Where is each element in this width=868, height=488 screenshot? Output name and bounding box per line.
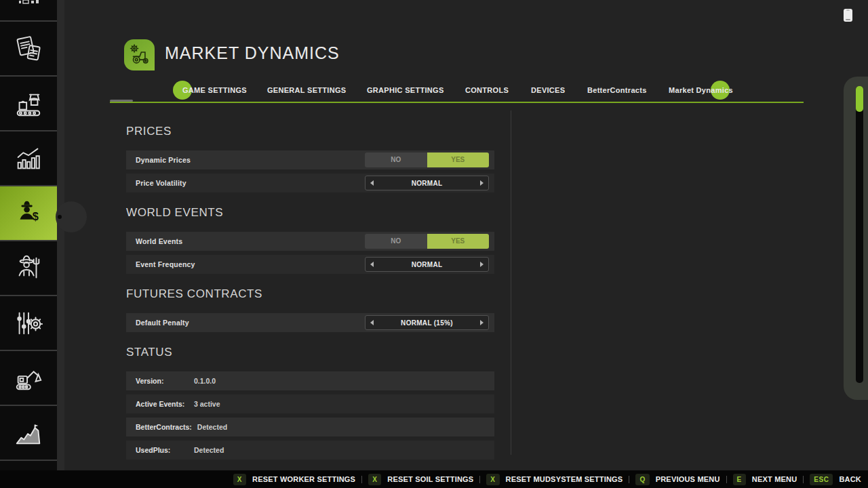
tab-graphic-settings[interactable]: GRAPHIC SETTINGS [367, 84, 444, 96]
status-row-usedplus: UsedPlus: Detected [126, 441, 494, 460]
market-dynamics-settings-screen: $ [0, 0, 868, 488]
footer-divider [479, 476, 480, 483]
sliders-gear-icon [13, 308, 44, 339]
setting-row-dynamic-prices: Dynamic Prices NO YES [126, 150, 494, 169]
sidebar-item-terrain[interactable] [0, 406, 57, 461]
key-badge-x: X [486, 474, 499, 485]
key-badge-q: Q [635, 474, 649, 485]
column-divider [511, 110, 511, 455]
tab-controls[interactable]: CONTROLS [465, 84, 509, 96]
status-row-bettercontracts: BetterContracts: Detected [126, 418, 494, 436]
toggle-no-button[interactable]: NO [365, 152, 427, 167]
status-label: Active Events: [136, 400, 189, 408]
scrollbar-thumb[interactable] [856, 86, 863, 112]
tractor-gear-icon [127, 42, 153, 68]
section-title-futures-contracts: FUTURES CONTRACTS [126, 287, 494, 301]
section-title-status: STATUS [126, 346, 494, 359]
reset-soil-settings-button[interactable]: X RESET SOIL SETTINGS [368, 474, 473, 485]
status-value: Detected [194, 446, 224, 454]
selector-value: NORMAL [412, 180, 443, 187]
toggle-yes-button[interactable]: YES [427, 234, 490, 249]
tab-game-settings[interactable]: GAME SETTINGS [182, 84, 247, 96]
key-badge-x: X [368, 474, 381, 485]
production-conveyor-icon [13, 88, 44, 119]
footer-divider [803, 476, 804, 483]
setting-row-default-penalty: Default Penalty NORMAL (15%) [126, 313, 494, 332]
truncated-top-icon [15, 0, 42, 8]
toggle-no-button[interactable]: NO [365, 234, 427, 249]
world-events-toggle: NO YES [365, 234, 489, 249]
selector-value: NORMAL (15%) [401, 319, 453, 327]
key-badge-e: E [733, 474, 746, 485]
setting-row-price-volatility: Price Volatility NORMAL [126, 174, 494, 192]
sidebar-item-excavator[interactable] [0, 351, 57, 406]
arrow-left-icon[interactable] [370, 320, 374, 325]
event-frequency-selector[interactable]: NORMAL [365, 257, 489, 272]
sidebar-item-statistics[interactable] [0, 131, 57, 186]
reset-mudsystem-settings-button[interactable]: X RESET MUDSYSTEM SETTINGS [486, 474, 623, 485]
footer-hotkey-bar: X RESET WORKER SETTINGS X RESET SOIL SET… [0, 470, 868, 488]
setting-label: Event Frequency [136, 260, 195, 268]
arrow-right-icon[interactable] [480, 320, 484, 325]
sidebar: $ [0, 0, 57, 470]
page-title: MARKET DYNAMICS [165, 43, 340, 63]
default-penalty-selector[interactable]: NORMAL (15%) [365, 315, 489, 330]
arrow-right-icon[interactable] [480, 180, 484, 186]
key-badge-x: X [233, 474, 246, 485]
scrollbar-track[interactable] [856, 86, 863, 383]
phone-icon [844, 9, 852, 22]
status-value: Detected [197, 423, 227, 431]
footer-label: PREVIOUS MENU [656, 475, 720, 483]
price-volatility-selector[interactable]: NORMAL [365, 176, 489, 190]
statistics-bars-icon [13, 143, 44, 174]
tab-general-settings[interactable]: GENERAL SETTINGS [267, 84, 346, 96]
back-button[interactable]: ESC BACK [810, 474, 861, 485]
arrow-right-icon[interactable] [480, 262, 484, 267]
status-label: BetterContracts: [136, 423, 192, 431]
sidebar-item-farmer[interactable] [0, 241, 57, 296]
tab-underline [110, 102, 804, 103]
setting-label: World Events [136, 237, 182, 245]
status-row-active-events: Active Events: 3 active [126, 394, 494, 413]
reset-worker-settings-button[interactable]: X RESET WORKER SETTINGS [233, 474, 355, 485]
status-label: Version: [136, 377, 189, 385]
status-value: 3 active [194, 400, 220, 408]
previous-menu-button[interactable]: Q PREVIOUS MENU [635, 474, 719, 485]
setting-label: Dynamic Prices [136, 156, 191, 164]
selector-value: NORMAL [412, 261, 443, 268]
tab-bettercontracts[interactable]: BetterContracts [587, 84, 647, 96]
footer-divider [361, 476, 362, 483]
status-row-version: Version: 0.1.0.0 [126, 371, 494, 390]
setting-label: Default Penalty [136, 319, 189, 327]
arrow-left-icon[interactable] [370, 262, 374, 267]
toggle-yes-button[interactable]: YES [427, 152, 490, 167]
setting-row-world-events: World Events NO YES [126, 232, 494, 251]
section-title-world-events: WORLD EVENTS [126, 206, 494, 220]
settings-panel: PRICES Dynamic Prices NO YES Price Volat… [126, 125, 494, 464]
footer-divider [726, 476, 727, 483]
sidebar-gutter [57, 0, 64, 470]
sidebar-item-market-dynamics[interactable]: $ [0, 186, 57, 241]
sidebar-item-truncated[interactable] [0, 0, 57, 22]
app-icon [124, 39, 155, 70]
next-menu-button[interactable]: E NEXT MENU [733, 474, 797, 485]
contracts-documents-icon [13, 33, 44, 64]
footer-divider [629, 476, 629, 483]
footer-label: BACK [839, 475, 861, 483]
status-label: UsedPlus: [136, 446, 189, 454]
dynamic-prices-toggle: NO YES [365, 152, 489, 167]
tab-market-dynamics[interactable]: Market Dynamics [669, 84, 733, 96]
arrow-left-icon[interactable] [370, 180, 374, 186]
footer-label: RESET WORKER SETTINGS [252, 475, 355, 483]
setting-row-event-frequency: Event Frequency NORMAL [126, 255, 494, 274]
status-value: 0.1.0.0 [194, 377, 216, 385]
market-dynamics-farmer-money-icon: $ [13, 198, 44, 229]
sidebar-item-tweaks[interactable] [0, 296, 57, 351]
terrain-chart-icon [13, 418, 44, 449]
sidebar-item-production[interactable] [0, 77, 57, 131]
footer-label: RESET SOIL SETTINGS [387, 475, 473, 483]
excavator-icon [13, 363, 44, 394]
farmer-pitchfork-icon [13, 253, 44, 284]
tab-devices[interactable]: DEVICES [531, 84, 565, 96]
sidebar-item-contracts[interactable] [0, 22, 57, 77]
